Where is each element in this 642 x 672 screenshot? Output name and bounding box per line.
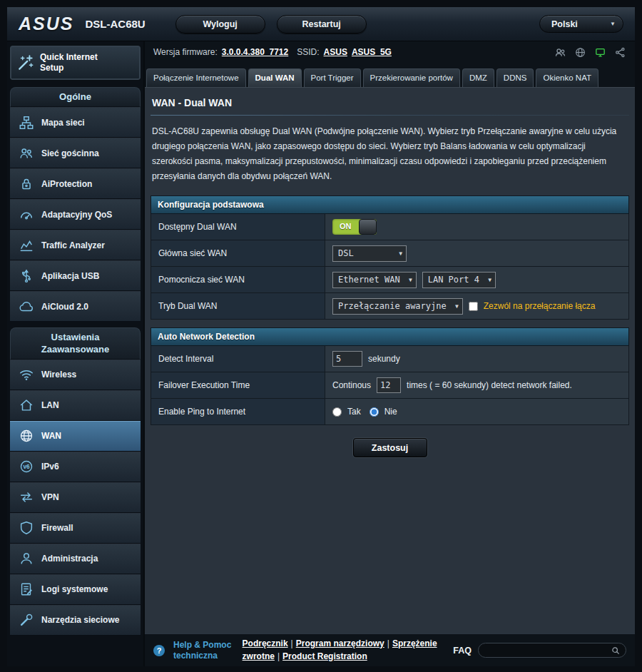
section-header-label: Ustawienia Zaawansowane (33, 332, 118, 355)
sidebar-item-label: WAN (41, 431, 61, 441)
failback-checkbox[interactable] (469, 302, 478, 311)
sidebar-item-label: VPN (41, 492, 59, 502)
registration-link[interactable]: Product Registration (282, 651, 367, 661)
ping-no-radio[interactable] (370, 407, 379, 417)
table-header: Konfiguracja podstawowa (151, 195, 629, 214)
table-row: Detect Interval sekundy (151, 346, 629, 372)
language-value: Polski (551, 19, 578, 29)
sidebar-item-traffic-analyzer[interactable]: Traffic Analyzer (10, 230, 141, 260)
sidebar-item-label: Aplikacja USB (41, 271, 99, 281)
sidebar-item-mapa-sieci[interactable]: Mapa sieci (10, 107, 141, 138)
clients-icon[interactable] (554, 46, 566, 58)
language-select[interactable]: Polski ▼ (539, 15, 623, 33)
table-row: Tryb Dual WAN Przełączanie awaryjne ▼ Ze… (151, 293, 629, 320)
link-separator: | (291, 638, 293, 648)
lan-status-icon[interactable] (594, 46, 606, 58)
row-label: Detect Interval (151, 346, 325, 372)
reboot-button[interactable]: Restartuj (277, 15, 367, 34)
help-link[interactable]: Help & Pomoc techniczna (173, 640, 234, 661)
ping-no-label[interactable]: Nie (384, 407, 397, 417)
section-header-label: Ogólne (33, 91, 118, 103)
system-log-icon (16, 581, 36, 597)
chevron-down-icon: ▼ (610, 21, 616, 27)
secondary-wan-select[interactable]: Ethernet WAN ▼ (332, 272, 417, 288)
chevron-down-icon: ▼ (399, 250, 402, 257)
ssid-primary-link[interactable]: ASUS (324, 47, 347, 57)
page-title: WAN - Dual WAN (151, 97, 629, 115)
tab-przekierowanie-portow[interactable]: Przekierowanie portów (363, 68, 460, 87)
primary-wan-select[interactable]: DSL ▼ (332, 245, 407, 262)
failover-times-input[interactable] (377, 377, 401, 393)
sidebar-item-siec-goscinna[interactable]: Sieć gościnna (10, 138, 141, 168)
sidebar-item-narzedzia-sieciowe[interactable]: Narzędzia sieciowe (10, 605, 141, 636)
sidebar-item-lan[interactable]: LAN (10, 390, 141, 421)
row-value: DSL ▼ (325, 240, 628, 266)
tab-ddns[interactable]: DDNS (496, 68, 534, 87)
lan-port-select[interactable]: LAN Port 4 ▼ (422, 272, 496, 288)
question-icon[interactable]: ? (153, 645, 165, 656)
sidebar-item-label: Firewall (41, 523, 73, 533)
tab-port-trigger[interactable]: Port Trigger (304, 68, 361, 87)
firmware-version-link[interactable]: 3.0.0.4.380_7712 (222, 47, 288, 57)
row-label: Dostępny Dual WAN (151, 214, 325, 240)
tab-dual-wan[interactable]: Dual WAN (248, 68, 302, 87)
logout-button[interactable]: Wyloguj (175, 15, 265, 34)
sidebar-item-logi-systemowe[interactable]: Logi systemowe (10, 574, 141, 605)
firmware-info-bar: Wersja firmware: 3.0.0.4.380_7712 SSID: … (145, 41, 635, 63)
select-value: DSL (338, 248, 354, 258)
toggle-on-label: ON (340, 222, 352, 230)
basic-config-table: Konfiguracja podstawowa Dostępny Dual WA… (151, 195, 629, 320)
sidebar-item-ipv6[interactable]: v6 IPv6 (10, 452, 141, 482)
ssid-secondary-link[interactable]: ASUS_5G (352, 47, 392, 57)
utility-link[interactable]: Program narzędziowy (296, 638, 384, 648)
quick-internet-setup-button[interactable]: Quick Internet Setup (10, 46, 141, 80)
sidebar-item-aiprotection[interactable]: AiProtection (10, 168, 141, 199)
sidebar-item-label: Narzędzia sieciowe (41, 615, 119, 625)
sidebar: Quick Internet Setup Ogólne Mapa sieci S… (7, 41, 145, 666)
sidebar-item-firewall[interactable]: Firewall (10, 513, 141, 544)
dual-wan-mode-select[interactable]: Przełączanie awaryjne ▼ (332, 298, 463, 315)
row-value: ON (325, 214, 628, 240)
tab-polaczenie-internetowe[interactable]: Połączenie Internetowe (146, 68, 246, 87)
toggle-knob (359, 219, 377, 235)
faq-area: FAQ (453, 643, 626, 658)
internet-globe-icon[interactable] (574, 46, 586, 58)
search-icon[interactable] (611, 646, 621, 656)
sidebar-item-vpn[interactable]: VPN (10, 482, 141, 513)
table-row: Failover Execution Time Continous times … (151, 372, 629, 399)
row-value: sekundy (325, 346, 628, 372)
app-frame: ASUS DSL-AC68U Wyloguj Restartuj Polski … (7, 7, 635, 666)
sidebar-item-adaptacyjny-qos[interactable]: Adaptacyjny QoS (10, 199, 141, 230)
tab-dmz[interactable]: DMZ (462, 68, 494, 87)
failback-label[interactable]: Zezwól na przełączanie łącza (484, 301, 596, 311)
sidebar-item-aplikacja-usb[interactable]: Aplikacja USB (10, 260, 141, 291)
sidebar-item-wireless[interactable]: Wireless (10, 360, 141, 390)
failover-prefix: Continous (332, 380, 371, 390)
shield-lock-icon (16, 176, 36, 192)
manual-link[interactable]: Podręcznik (243, 638, 288, 648)
firewall-shield-icon (16, 520, 36, 536)
sidebar-item-aicloud[interactable]: AiCloud 2.0 (10, 291, 141, 322)
sidebar-item-wan[interactable]: WAN (10, 421, 141, 452)
apply-button[interactable]: Zastosuj (353, 438, 427, 457)
footer: ? Help & Pomoc techniczna Podręcznik|Pro… (145, 633, 635, 666)
ping-yes-label[interactable]: Tak (347, 407, 361, 417)
table-row: Główna sieć WAN DSL ▼ (151, 240, 629, 267)
select-value: Ethernet WAN (338, 275, 400, 285)
faq-label: FAQ (453, 646, 472, 656)
dual-wan-toggle[interactable]: ON (332, 219, 377, 235)
row-label: Główna sieć WAN (151, 240, 325, 266)
tab-bar: Połączenie Internetowe Dual WAN Port Tri… (145, 63, 635, 87)
tab-okienko-nat[interactable]: Okienko NAT (536, 68, 598, 87)
faq-search-input[interactable] (486, 646, 611, 656)
sidebar-item-label: AiProtection (41, 179, 92, 189)
usb-icon (16, 268, 36, 284)
ssid-label: SSID: (297, 47, 319, 57)
network-share-icon[interactable] (614, 46, 626, 58)
guest-network-icon (16, 146, 36, 161)
row-label: Pomocnicza sieć WAN (151, 267, 325, 292)
body-row: Quick Internet Setup Ogólne Mapa sieci S… (7, 41, 635, 666)
detect-interval-input[interactable] (332, 351, 362, 367)
ping-yes-radio[interactable] (332, 407, 342, 417)
sidebar-item-administracja[interactable]: Administracja (10, 544, 141, 574)
